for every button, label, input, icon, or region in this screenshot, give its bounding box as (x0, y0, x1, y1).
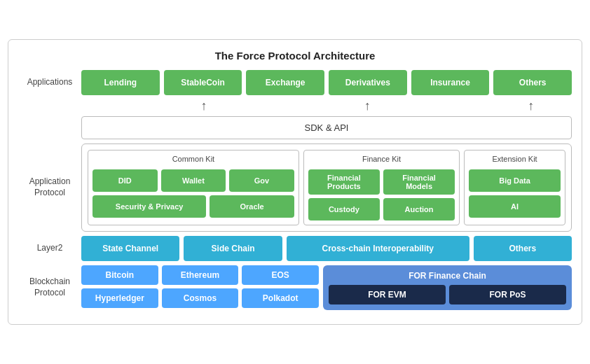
blockchain-content: Bitcoin Ethereum EOS Hyperledger Cosmos … (81, 265, 572, 310)
layer2-others[interactable]: Others (474, 236, 572, 261)
kit-gov[interactable]: Gov (229, 169, 294, 192)
bc-for-pos[interactable]: FOR PoS (449, 285, 566, 304)
app-protocol-label: Application Protocol (18, 144, 81, 232)
bc-hyperledger[interactable]: Hyperledger (81, 288, 158, 308)
kit-did[interactable]: DID (92, 169, 158, 192)
bc-cosmos[interactable]: Cosmos (162, 288, 239, 308)
layer2-label: Layer2 (18, 236, 81, 261)
diagram-title: The Force Protocol Architecture (18, 50, 572, 62)
layer2-row: Layer2 State Channel Side Chain Cross-ch… (18, 236, 572, 261)
kit-oracle[interactable]: Oracle (210, 195, 294, 218)
extension-kit-row2: AI (469, 195, 561, 218)
bc-polkadot[interactable]: Polkadot (242, 288, 319, 308)
app-derivatives[interactable]: Derivatives (329, 70, 407, 95)
kit-financial-models[interactable]: Financial Models (383, 169, 455, 195)
kit-custody[interactable]: Custody (308, 198, 380, 220)
blockchain-left-row1: Bitcoin Ethereum EOS (81, 265, 319, 285)
applications-content: Lending StableCoin Exchange Derivatives … (81, 70, 572, 95)
app-stablecoin[interactable]: StableCoin (164, 70, 242, 95)
kit-big-data[interactable]: Big Data (469, 169, 561, 192)
blockchain-row: Blockchain Protocol Bitcoin Ethereum EOS… (18, 265, 572, 310)
layer2-side-chain[interactable]: Side Chain (184, 236, 282, 261)
extension-kit-box: Extension Kit Big Data AI (464, 150, 565, 225)
blockchain-left: Bitcoin Ethereum EOS Hyperledger Cosmos … (81, 265, 319, 310)
finance-kit-title: Finance Kit (308, 155, 455, 163)
blockchain-right-buttons: FOR EVM FOR PoS (329, 285, 566, 304)
arrow-spacer-3 (409, 99, 490, 112)
arrow-spacer-2 (245, 99, 327, 112)
applications-row: Applications Lending StableCoin Exchange… (18, 70, 572, 95)
common-kit-row2: Security & Privacy Oracle (92, 195, 294, 218)
app-protocol-row: Application Protocol Common Kit DID Wall… (18, 144, 572, 232)
arrow-up-1: ↑ (163, 99, 245, 112)
bc-bitcoin[interactable]: Bitcoin (81, 265, 158, 285)
blockchain-left-row2: Hyperledger Cosmos Polkadot (81, 288, 319, 308)
arrow-row: ↑ ↑ ↑ (18, 99, 572, 112)
common-kit-title: Common Kit (92, 155, 294, 163)
blockchain-right-title: FOR Finance Chain (329, 271, 566, 281)
bc-for-evm[interactable]: FOR EVM (329, 285, 446, 304)
layer2-cross-chain[interactable]: Cross-chain Interoperability (287, 236, 469, 261)
bc-ethereum[interactable]: Ethereum (162, 265, 239, 285)
app-others[interactable]: Others (493, 70, 572, 95)
applications-label: Applications (18, 70, 81, 95)
app-insurance[interactable]: Insurance (411, 70, 490, 95)
kit-financial-products[interactable]: Financial Products (308, 169, 380, 195)
layer2-state-channel[interactable]: State Channel (81, 236, 179, 261)
app-lending[interactable]: Lending (81, 70, 160, 95)
arrow-up-3: ↑ (490, 99, 572, 112)
finance-kit-box: Finance Kit Financial Products Financial… (303, 150, 460, 225)
kit-ai[interactable]: AI (469, 195, 561, 218)
arrow-up-2: ↑ (327, 99, 409, 112)
extension-kit-row1: Big Data (469, 169, 561, 192)
common-kit-row1: DID Wallet Gov (92, 169, 294, 192)
blockchain-right: FOR Finance Chain FOR EVM FOR PoS (323, 265, 572, 310)
kit-security-privacy[interactable]: Security & Privacy (92, 195, 206, 218)
sdk-bar: SDK & API (81, 116, 572, 139)
kit-auction[interactable]: Auction (383, 198, 455, 220)
kit-wallet[interactable]: Wallet (161, 169, 226, 192)
common-kit-box: Common Kit DID Wallet Gov Security & Pri… (88, 150, 299, 225)
layer2-content: State Channel Side Chain Cross-chain Int… (81, 236, 572, 261)
app-protocol-content: Common Kit DID Wallet Gov Security & Pri… (81, 144, 572, 232)
blockchain-label: Blockchain Protocol (18, 265, 81, 310)
diagram-wrapper: The Force Protocol Architecture Applicat… (8, 39, 582, 325)
finance-kit-row1: Financial Products Financial Models (308, 169, 455, 195)
finance-kit-row2: Custody Auction (308, 198, 455, 220)
app-exchange[interactable]: Exchange (246, 70, 324, 95)
arrow-spacer-1 (81, 99, 163, 112)
extension-kit-title: Extension Kit (469, 155, 561, 163)
sdk-row: SDK & API (18, 116, 572, 139)
bc-eos[interactable]: EOS (242, 265, 319, 285)
